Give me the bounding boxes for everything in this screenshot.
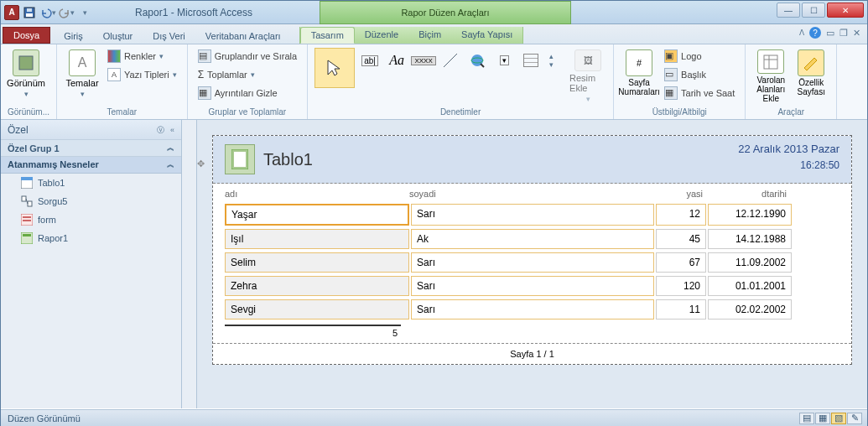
listbox-tool[interactable] [517, 48, 544, 73]
data-row[interactable]: YaşarSarı1212.12.1990 [213, 202, 851, 227]
group-sort-button[interactable]: ▤Gruplandır ve Sırala [195, 48, 300, 65]
themes-button[interactable]: A Temalar ▾ [64, 48, 101, 103]
cell-bdate[interactable]: 02.02.2002 [708, 299, 792, 320]
insert-image-button[interactable]: 🖼 Resim Ekle ▾ [569, 48, 606, 103]
count-field[interactable]: 5 [225, 325, 401, 340]
cell-bdate[interactable]: 11.09.2002 [708, 252, 792, 273]
data-row[interactable]: ZehraSarı12001.01.2001 [213, 274, 851, 298]
fonts-button[interactable]: AYazı Tipleri ▾ [104, 66, 180, 83]
tab-create[interactable]: Oluştur [93, 29, 143, 44]
logo-button[interactable]: ▣Logo [661, 48, 738, 65]
close-button[interactable]: ✕ [827, 3, 864, 18]
cell-surname[interactable]: Sarı [411, 252, 654, 273]
mdi-close-icon[interactable]: ✕ [853, 28, 860, 39]
cell-surname[interactable]: Ak [411, 229, 654, 249]
view-button[interactable]: Görünüm ▾ [8, 48, 44, 103]
nav-item-report[interactable]: Rapor1 [1, 229, 181, 247]
combobox-tool[interactable]: ▾ [491, 48, 517, 73]
title-button[interactable]: ▭Başlık [661, 66, 738, 83]
mdi-restore-icon[interactable]: ❐ [839, 28, 848, 39]
minimize-ribbon-icon[interactable]: ᐱ [799, 29, 804, 37]
cell-age[interactable]: 120 [656, 276, 706, 296]
date-time-button[interactable]: ▦Tarih ve Saat [661, 85, 738, 101]
undo-icon[interactable]: ▾ [39, 4, 56, 21]
design-view-icon[interactable]: ✎ [847, 413, 862, 424]
maximize-button[interactable]: ☐ [802, 3, 825, 18]
report-logo[interactable] [225, 144, 255, 174]
button-tool[interactable]: XXXX [410, 48, 437, 73]
tab-external[interactable]: Dış Veri [143, 29, 195, 44]
col-header-name[interactable]: adı [225, 189, 409, 199]
data-row[interactable]: SelimSarı6711.09.2002 [213, 251, 851, 274]
minimize-button[interactable]: — [777, 3, 800, 18]
redo-icon[interactable]: ▾ [58, 4, 75, 21]
nav-item-form[interactable]: form [1, 210, 181, 229]
tab-arrange[interactable]: Düzenle [355, 27, 408, 44]
cell-age[interactable]: 67 [656, 252, 706, 273]
colors-button[interactable]: Renkler ▾ [104, 48, 180, 65]
nav-dropdown-icon[interactable]: ⓥ [157, 126, 164, 134]
cell-bdate[interactable]: 14.12.1988 [708, 229, 792, 249]
cell-name[interactable]: Zehra [225, 276, 409, 296]
fields-icon [757, 49, 784, 74]
cell-bdate[interactable]: 12.12.1990 [708, 204, 792, 226]
tab-dbtools[interactable]: Veritabanı Araçları [195, 29, 291, 44]
page-footer[interactable]: Sayfa 1 / 1 [213, 343, 851, 364]
layout-view-icon[interactable]: ▧ [831, 413, 846, 424]
col-header-age[interactable]: yasi [652, 189, 703, 199]
cell-age[interactable]: 45 [656, 229, 706, 249]
report-view-icon[interactable]: ▤ [799, 413, 814, 424]
tab-design[interactable]: Tasarım [300, 27, 355, 44]
save-icon[interactable] [21, 4, 38, 21]
help-icon[interactable]: ? [809, 27, 821, 39]
tab-file[interactable]: Dosya [3, 27, 50, 44]
add-existing-fields-button[interactable]: Varolan Alanları Ekle [752, 48, 789, 103]
cell-name[interactable]: Sevgi [225, 299, 409, 320]
nav-group-custom[interactable]: Özel Grup 1︽ [1, 140, 181, 157]
cell-bdate[interactable]: 01.01.2001 [708, 276, 792, 296]
app-icon[interactable]: A [4, 5, 19, 20]
textbox-tool[interactable]: ab| [356, 48, 383, 73]
row-selector-icon[interactable]: ✥ [197, 158, 205, 169]
print-preview-icon[interactable]: ▦ [815, 413, 830, 424]
cell-name[interactable]: Yaşar [225, 204, 409, 226]
nav-item-query[interactable]: Sorgu5 [1, 192, 181, 210]
cell-name[interactable]: Işıl [225, 229, 409, 249]
report-icon [21, 232, 33, 244]
mdi-minimize-icon[interactable]: ▭ [826, 28, 834, 39]
tab-format[interactable]: Biçim [408, 27, 451, 44]
data-row[interactable]: SevgiSarı1102.02.2002 [213, 298, 851, 321]
hide-details-button[interactable]: ▦Ayrıntıları Gizle [195, 85, 300, 101]
gallery-scroll[interactable]: ▴▾ [544, 48, 558, 73]
nav-group-unassigned[interactable]: Atanmamış Nesneler︽ [1, 157, 181, 174]
insert-image-label: Resim Ekle [569, 73, 606, 93]
cell-name[interactable]: Selim [225, 252, 409, 273]
cell-surname[interactable]: Sarı [411, 276, 654, 296]
tab-home[interactable]: Giriş [54, 29, 93, 44]
nav-collapse-icon[interactable]: « [170, 126, 174, 134]
hyperlink-tool[interactable] [464, 48, 491, 73]
col-header-bdate[interactable]: dtarihi [703, 189, 787, 199]
totals-button[interactable]: Σ Toplamlar ▾ [195, 66, 300, 83]
nav-header[interactable]: Özelⓥ « [1, 120, 181, 140]
label-tool[interactable]: Aa [383, 48, 410, 73]
svg-rect-11 [21, 177, 33, 180]
report-date[interactable]: 22 Aralık 2013 Pazar [738, 143, 839, 155]
data-row[interactable]: IşılAk4514.12.1988 [213, 227, 851, 251]
select-tool[interactable] [314, 48, 355, 88]
report-time[interactable]: 16:28:50 [800, 159, 839, 171]
hide-details-icon: ▦ [198, 86, 211, 100]
report-title[interactable]: Tablo1 [263, 150, 313, 169]
cell-surname[interactable]: Sarı [411, 299, 654, 320]
col-header-surname[interactable]: soyadi [409, 189, 652, 199]
qat-customize-icon[interactable]: ▾ [76, 4, 93, 21]
report-surface[interactable]: Tablo1 22 Aralık 2013 Pazar 16:28:50 adı… [212, 135, 852, 365]
line-tool[interactable] [437, 48, 464, 73]
cell-surname[interactable]: Sarı [411, 204, 654, 226]
page-numbers-button[interactable]: # Sayfa Numaraları [621, 48, 657, 103]
tab-page[interactable]: Sayfa Yapısı [451, 27, 522, 44]
nav-item-table[interactable]: Tablo1 [1, 174, 181, 192]
cell-age[interactable]: 11 [656, 299, 706, 320]
property-sheet-button[interactable]: Özellik Sayfası [793, 48, 829, 103]
cell-age[interactable]: 12 [656, 204, 706, 226]
